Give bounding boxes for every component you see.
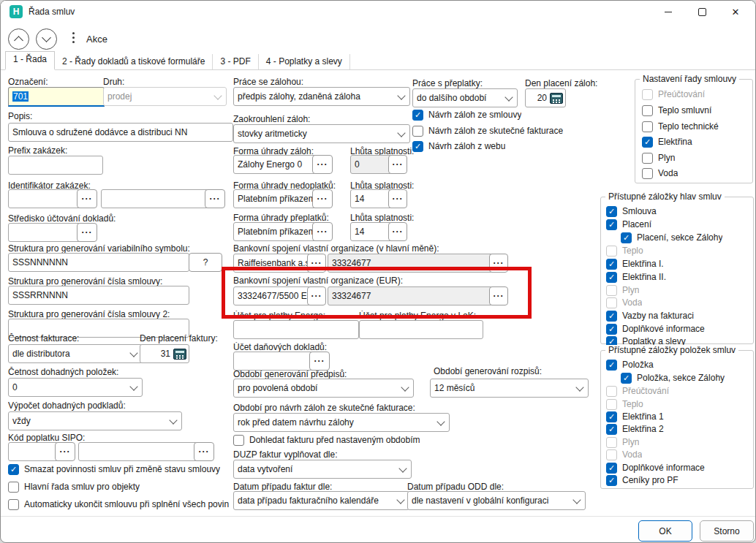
checkbox-plyn[interactable]: Plyn	[642, 152, 675, 164]
stredisko-input[interactable]	[8, 223, 84, 242]
stredisko-lookup-button[interactable]: ···	[77, 223, 97, 242]
oznaceni-input[interactable]: 701	[8, 87, 105, 107]
checkbox-preuctovani-polozek[interactable]: Přeúčtování	[606, 385, 669, 397]
bank-eur-lookup-button[interactable]: ···	[307, 286, 326, 305]
checkbox-doplnkove-informace-polozek[interactable]: Doplňkové informace	[606, 462, 705, 474]
kod-sipo-input[interactable]	[8, 442, 62, 461]
checkbox-teplo-hlav[interactable]: Teplo	[606, 245, 643, 257]
checkbox-smlouva[interactable]: Smlouva	[606, 205, 657, 217]
bank-eur-ucet-input[interactable]: 33324677	[328, 286, 496, 305]
checkbox-hlavni-rada[interactable]: Hlavní řada smluv pro objekty	[8, 481, 140, 493]
checkbox-navrh-ze-fakturace[interactable]: Návrh záloh ze skutečné fakturace	[412, 125, 563, 137]
ucet-energo-lok-input[interactable]	[359, 320, 483, 339]
struktura-vs-help-button[interactable]: ?	[189, 253, 222, 272]
tab-rady-dokladu[interactable]: 2 - Řady dokladů a tiskové formuláře	[55, 54, 213, 69]
tab-rada[interactable]: 1 - Řada	[5, 51, 55, 70]
bank-eur-label: Bankovní spojení vlastní organizace (EUR…	[233, 276, 403, 286]
checkbox-polozka-sekce-zalohy[interactable]: Položka, sekce Zálohy	[621, 372, 725, 384]
checkbox-placeni-sekce-zalohy[interactable]: Placení, sekce Zálohy	[621, 232, 722, 243]
forma-preplatku-lookup-button[interactable]: ···	[312, 222, 333, 241]
prace-preplatky-select[interactable]: do dalšího období	[412, 88, 518, 107]
forma-nedoplatku-lookup-button[interactable]: ···	[312, 189, 333, 208]
bank-hlavni-lookup-button[interactable]: ···	[307, 254, 326, 273]
checkbox-elektrina-2-polozek[interactable]: Elektřina 2	[606, 423, 664, 435]
checkbox-ceniky-pro-pf[interactable]: Ceníky pro PF	[606, 474, 678, 486]
datum-odd-select[interactable]: dle nastavení v globální konfiguraci	[407, 491, 586, 510]
menu-akce[interactable]: Akce	[86, 34, 107, 45]
kod-sipo-lookup-button-2[interactable]: ···	[194, 442, 214, 461]
checkbox-doplnkove-informace-hlav[interactable]: Doplňkové informace	[606, 323, 705, 335]
checkbox-elektrina-1-hlav[interactable]: Elektřina I.	[606, 258, 664, 270]
checkbox-teplo-smluvni[interactable]: Teplo smluvní	[642, 105, 711, 116]
ucet-energo-input[interactable]	[233, 320, 359, 339]
lhuta-zaloh-lookup-button[interactable]: ···	[388, 155, 407, 174]
checkbox-plyn-hlav[interactable]: Plyn	[606, 284, 639, 296]
den-placeni-faktury-input[interactable]: 31	[140, 344, 189, 363]
forma-nedoplatku-input[interactable]: Platebním příkazem	[233, 189, 320, 208]
checkbox-smazat-povinnosti[interactable]: Smazat povinnosti smluv při změně stavu …	[8, 463, 220, 475]
minimize-button[interactable]	[651, 1, 685, 23]
zaokrouhleni-select[interactable]: stovky aritmeticky	[233, 124, 410, 143]
identifikator-zakazek-lookup-button[interactable]: ···	[77, 189, 97, 208]
checkbox-automaticky-ukoncit[interactable]: Automaticky ukončit smlouvu při splnění …	[8, 498, 229, 510]
bank-hlavni-input[interactable]: Raiffeisenbank a.s	[233, 254, 314, 273]
forma-zaloh-lookup-button[interactable]: ···	[312, 155, 333, 174]
checkbox-elektrina-1-polozek[interactable]: Elektřina 1	[606, 411, 664, 422]
bank-eur-input[interactable]: 33324677/5500 EU	[233, 286, 314, 305]
checkbox-navrh-z-webu[interactable]: Návrh záloh z webu	[412, 140, 505, 152]
bank-eur-ucet-lookup-button[interactable]: ···	[489, 286, 508, 305]
forma-zaloh-input[interactable]: Zálohy Energo 0	[233, 155, 320, 174]
ucet-danovych-lookup-button[interactable]: ···	[309, 352, 330, 371]
lhuta-nedoplatku-lookup-button[interactable]: ···	[388, 189, 407, 208]
calculator-icon[interactable]	[550, 93, 563, 104]
kod-sipo-input-2[interactable]	[78, 442, 201, 461]
struktura-vs-input[interactable]: SSSNNNNNN	[8, 253, 189, 272]
ucet-danovych-input[interactable]	[233, 352, 317, 371]
checkbox-voda[interactable]: Voda	[642, 167, 678, 179]
calculator-icon[interactable]	[173, 349, 186, 360]
struktura-cs-input[interactable]: SSSRRNNNN	[8, 286, 189, 305]
vypocet-dohadnych-select[interactable]: vždy	[8, 411, 182, 430]
checkbox-voda-polozek[interactable]: Voda	[606, 449, 642, 460]
checkbox-elektrina-2-hlav[interactable]: Elektřina II.	[606, 271, 666, 283]
tab-poplatky-a-slevy[interactable]: 4 - Poplatky a slevy	[259, 54, 350, 69]
checkbox-voda-hlav[interactable]: Voda	[606, 297, 642, 308]
obdobi-predpisu-select[interactable]: pro povolená období	[233, 379, 414, 398]
cetnost-dohadnych-select[interactable]: 0	[8, 378, 143, 397]
identifikator-zakazek-input-2[interactable]	[101, 189, 212, 208]
close-button[interactable]: ✕	[719, 1, 752, 23]
cetnost-fakturace-select[interactable]: dle distributora	[8, 344, 143, 363]
obdobi-rozpisu-select[interactable]: 12 měsíců	[430, 379, 589, 398]
checkbox-preuctovani[interactable]: Přeúčtování	[642, 88, 705, 100]
den-placeni-zaloh-input[interactable]: 20	[525, 88, 566, 107]
bank-hlavni-ucet-input[interactable]: 33324677	[328, 254, 496, 273]
checkbox-elektrina[interactable]: Elektřina	[642, 136, 692, 148]
lhuta-preplatku-lookup-button[interactable]: ···	[388, 222, 407, 241]
checkbox-polozka[interactable]: Položka	[606, 359, 654, 371]
maximize-button[interactable]	[685, 1, 719, 23]
prace-zalohou-select[interactable]: předpis zálohy, zdaněná záloha	[233, 87, 410, 106]
prefix-zakazek-input[interactable]	[8, 156, 103, 175]
checkbox-plyn-polozek[interactable]: Plyn	[606, 436, 639, 448]
checkbox-dohledat-fakturu[interactable]: Dohledat fakturu před nastaveným obdobím	[233, 434, 420, 446]
forma-preplatku-input[interactable]: Platebním příkazem	[233, 222, 320, 241]
kod-sipo-lookup-button[interactable]: ···	[55, 442, 75, 461]
popis-input[interactable]: Smlouva o sdružené dodávce a distribuci …	[8, 123, 233, 142]
checkbox-placeni[interactable]: Placení	[606, 219, 651, 230]
storno-button[interactable]: Storno	[700, 520, 754, 542]
record-previous-button[interactable]	[8, 29, 29, 50]
duzp-select[interactable]: data vytvoření	[233, 460, 412, 479]
identifikator-zakazek-lookup-button-2[interactable]: ···	[205, 189, 225, 208]
ok-button[interactable]: OK	[638, 520, 692, 542]
checkbox-teplo-polozek[interactable]: Teplo	[606, 398, 643, 410]
bank-hlavni-ucet-lookup-button[interactable]: ···	[489, 254, 508, 273]
obdobi-navrh-select[interactable]: rok před datem návrhu zálohy	[233, 413, 450, 432]
checkbox-teplo-technicke[interactable]: Teplo technické	[642, 121, 719, 132]
checkbox-navrh-ze-smlouvy[interactable]: Návrh záloh ze smlouvy	[412, 109, 521, 121]
tab-pdf[interactable]: 3 - PDF	[213, 54, 258, 69]
record-next-button[interactable]	[36, 29, 57, 50]
datum-faktur-select[interactable]: data případu fakturačního kalendáře	[233, 491, 409, 510]
identifikator-zakazek-input[interactable]	[8, 189, 84, 208]
more-options-button[interactable]	[72, 32, 75, 43]
checkbox-vazby-na-fakturaci[interactable]: Vazby na fakturaci	[606, 310, 694, 322]
